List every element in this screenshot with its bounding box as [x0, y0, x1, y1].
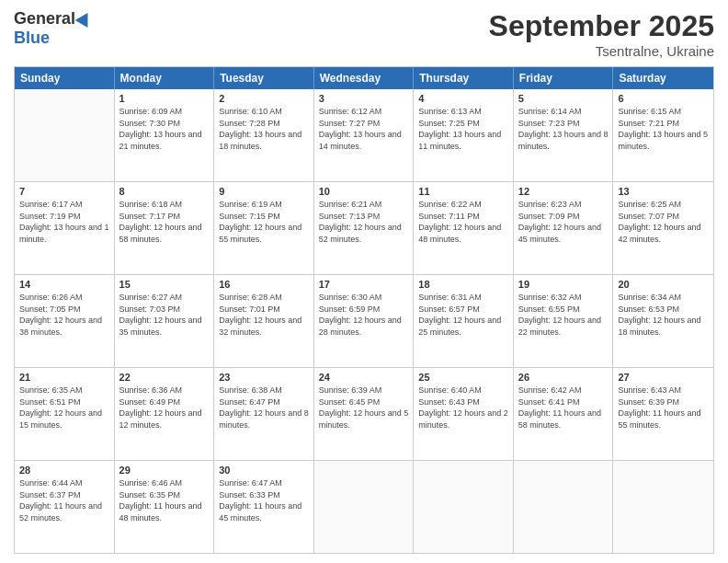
- day-number: 9: [219, 186, 309, 197]
- calendar-cell: 5Sunrise: 6:14 AM Sunset: 7:23 PM Daylig…: [514, 89, 614, 181]
- cell-info: Sunrise: 6:35 AM Sunset: 6:51 PM Dayligh…: [19, 385, 109, 431]
- calendar-cell: 23Sunrise: 6:38 AM Sunset: 6:47 PM Dayli…: [214, 368, 314, 460]
- calendar-row: 28Sunrise: 6:44 AM Sunset: 6:37 PM Dayli…: [15, 461, 713, 553]
- day-number: 12: [518, 186, 609, 197]
- day-number: 23: [219, 372, 309, 383]
- cell-info: Sunrise: 6:22 AM Sunset: 7:11 PM Dayligh…: [418, 199, 508, 245]
- cell-info: Sunrise: 6:38 AM Sunset: 6:47 PM Dayligh…: [219, 385, 309, 431]
- cell-info: Sunrise: 6:28 AM Sunset: 7:01 PM Dayligh…: [219, 292, 309, 338]
- calendar-cell: 26Sunrise: 6:42 AM Sunset: 6:41 PM Dayli…: [514, 368, 614, 460]
- title-block: September 2025 Tsentralne, Ukraine: [489, 9, 714, 59]
- calendar-body: 1Sunrise: 6:09 AM Sunset: 7:30 PM Daylig…: [15, 89, 713, 553]
- cell-info: Sunrise: 6:43 AM Sunset: 6:39 PM Dayligh…: [618, 385, 709, 431]
- cell-info: Sunrise: 6:44 AM Sunset: 6:37 PM Dayligh…: [19, 477, 109, 523]
- calendar-row: 7Sunrise: 6:17 AM Sunset: 7:19 PM Daylig…: [15, 182, 713, 275]
- cell-info: Sunrise: 6:42 AM Sunset: 6:41 PM Dayligh…: [518, 385, 609, 431]
- calendar-cell: 14Sunrise: 6:26 AM Sunset: 7:05 PM Dayli…: [15, 275, 115, 367]
- calendar-cell: 10Sunrise: 6:21 AM Sunset: 7:13 PM Dayli…: [314, 182, 415, 274]
- calendar-cell: 11Sunrise: 6:22 AM Sunset: 7:11 PM Dayli…: [414, 182, 514, 274]
- calendar-cell: 27Sunrise: 6:43 AM Sunset: 6:39 PM Dayli…: [613, 368, 713, 460]
- cell-info: Sunrise: 6:10 AM Sunset: 7:28 PM Dayligh…: [219, 106, 309, 152]
- calendar-cell: 12Sunrise: 6:23 AM Sunset: 7:09 PM Dayli…: [514, 182, 614, 274]
- calendar-cell: 28Sunrise: 6:44 AM Sunset: 6:37 PM Dayli…: [15, 461, 115, 553]
- calendar-cell: 6Sunrise: 6:15 AM Sunset: 7:21 PM Daylig…: [613, 89, 713, 181]
- day-number: 11: [418, 186, 508, 197]
- day-number: 10: [319, 186, 409, 197]
- calendar-cell: 16Sunrise: 6:28 AM Sunset: 7:01 PM Dayli…: [214, 275, 314, 367]
- cell-info: Sunrise: 6:40 AM Sunset: 6:43 PM Dayligh…: [418, 385, 508, 431]
- calendar-cell: 9Sunrise: 6:19 AM Sunset: 7:15 PM Daylig…: [214, 182, 314, 274]
- calendar-cell: 15Sunrise: 6:27 AM Sunset: 7:03 PM Dayli…: [115, 275, 215, 367]
- day-number: 27: [618, 372, 709, 383]
- day-number: 30: [219, 465, 309, 476]
- day-number: 6: [618, 93, 709, 104]
- cell-info: Sunrise: 6:34 AM Sunset: 6:53 PM Dayligh…: [618, 292, 709, 338]
- day-number: 24: [319, 372, 409, 383]
- calendar-cell: 17Sunrise: 6:30 AM Sunset: 6:59 PM Dayli…: [314, 275, 415, 367]
- calendar-header-cell: Sunday: [15, 67, 115, 89]
- calendar-header-cell: Thursday: [414, 67, 514, 89]
- logo-blue: Blue: [14, 29, 50, 48]
- calendar-row: 1Sunrise: 6:09 AM Sunset: 7:30 PM Daylig…: [15, 89, 713, 182]
- cell-info: Sunrise: 6:39 AM Sunset: 6:45 PM Dayligh…: [319, 385, 409, 431]
- cell-info: Sunrise: 6:09 AM Sunset: 7:30 PM Dayligh…: [119, 106, 210, 152]
- cell-info: Sunrise: 6:32 AM Sunset: 6:55 PM Dayligh…: [518, 292, 609, 338]
- calendar-cell: [514, 461, 614, 553]
- calendar-cell: 18Sunrise: 6:31 AM Sunset: 6:57 PM Dayli…: [414, 275, 514, 367]
- cell-info: Sunrise: 6:23 AM Sunset: 7:09 PM Dayligh…: [518, 199, 609, 245]
- day-number: 21: [19, 372, 109, 383]
- day-number: 17: [319, 279, 409, 290]
- cell-info: Sunrise: 6:36 AM Sunset: 6:49 PM Dayligh…: [119, 385, 210, 431]
- cell-info: Sunrise: 6:27 AM Sunset: 7:03 PM Dayligh…: [119, 292, 210, 338]
- calendar-cell: 30Sunrise: 6:47 AM Sunset: 6:33 PM Dayli…: [214, 461, 314, 553]
- header: General Blue September 2025 Tsentralne, …: [14, 9, 714, 59]
- cell-info: Sunrise: 6:14 AM Sunset: 7:23 PM Dayligh…: [518, 106, 609, 152]
- calendar-header-cell: Friday: [514, 67, 614, 89]
- calendar-cell: 20Sunrise: 6:34 AM Sunset: 6:53 PM Dayli…: [613, 275, 713, 367]
- cell-info: Sunrise: 6:21 AM Sunset: 7:13 PM Dayligh…: [319, 199, 409, 245]
- cell-info: Sunrise: 6:46 AM Sunset: 6:35 PM Dayligh…: [119, 477, 210, 523]
- day-number: 1: [119, 93, 210, 104]
- calendar-row: 14Sunrise: 6:26 AM Sunset: 7:05 PM Dayli…: [15, 275, 713, 368]
- calendar-cell: 8Sunrise: 6:18 AM Sunset: 7:17 PM Daylig…: [115, 182, 215, 274]
- day-number: 15: [119, 279, 210, 290]
- calendar-cell: 2Sunrise: 6:10 AM Sunset: 7:28 PM Daylig…: [214, 89, 314, 181]
- calendar-cell: 19Sunrise: 6:32 AM Sunset: 6:55 PM Dayli…: [514, 275, 614, 367]
- cell-info: Sunrise: 6:31 AM Sunset: 6:57 PM Dayligh…: [418, 292, 508, 338]
- cell-info: Sunrise: 6:15 AM Sunset: 7:21 PM Dayligh…: [618, 106, 709, 152]
- cell-info: Sunrise: 6:26 AM Sunset: 7:05 PM Dayligh…: [19, 292, 109, 338]
- calendar-cell: 13Sunrise: 6:25 AM Sunset: 7:07 PM Dayli…: [613, 182, 713, 274]
- logo-triangle-icon: [75, 8, 95, 27]
- cell-info: Sunrise: 6:30 AM Sunset: 6:59 PM Dayligh…: [319, 292, 409, 338]
- day-number: 25: [418, 372, 508, 383]
- day-number: 8: [119, 186, 210, 197]
- calendar-row: 21Sunrise: 6:35 AM Sunset: 6:51 PM Dayli…: [15, 368, 713, 461]
- page: General Blue September 2025 Tsentralne, …: [0, 0, 728, 563]
- calendar-cell: [15, 89, 115, 181]
- cell-info: Sunrise: 6:12 AM Sunset: 7:27 PM Dayligh…: [319, 106, 409, 152]
- calendar-cell: 7Sunrise: 6:17 AM Sunset: 7:19 PM Daylig…: [15, 182, 115, 274]
- calendar-cell: 29Sunrise: 6:46 AM Sunset: 6:35 PM Dayli…: [115, 461, 215, 553]
- cell-info: Sunrise: 6:47 AM Sunset: 6:33 PM Dayligh…: [219, 477, 309, 523]
- calendar-header-cell: Tuesday: [214, 67, 314, 89]
- day-number: 3: [319, 93, 409, 104]
- calendar-header-cell: Monday: [115, 67, 215, 89]
- cell-info: Sunrise: 6:25 AM Sunset: 7:07 PM Dayligh…: [618, 199, 709, 245]
- day-number: 2: [219, 93, 309, 104]
- day-number: 22: [119, 372, 210, 383]
- calendar-cell: 1Sunrise: 6:09 AM Sunset: 7:30 PM Daylig…: [115, 89, 215, 181]
- calendar-cell: [314, 461, 415, 553]
- calendar-cell: 21Sunrise: 6:35 AM Sunset: 6:51 PM Dayli…: [15, 368, 115, 460]
- calendar-cell: [613, 461, 713, 553]
- day-number: 26: [518, 372, 609, 383]
- day-number: 4: [418, 93, 508, 104]
- subtitle: Tsentralne, Ukraine: [489, 43, 714, 59]
- day-number: 14: [19, 279, 109, 290]
- calendar-cell: 3Sunrise: 6:12 AM Sunset: 7:27 PM Daylig…: [314, 89, 415, 181]
- cell-info: Sunrise: 6:13 AM Sunset: 7:25 PM Dayligh…: [418, 106, 508, 152]
- cell-info: Sunrise: 6:18 AM Sunset: 7:17 PM Dayligh…: [119, 199, 210, 245]
- calendar-cell: 4Sunrise: 6:13 AM Sunset: 7:25 PM Daylig…: [414, 89, 514, 181]
- calendar-cell: [414, 461, 514, 553]
- calendar-cell: 22Sunrise: 6:36 AM Sunset: 6:49 PM Dayli…: [115, 368, 215, 460]
- calendar-cell: 24Sunrise: 6:39 AM Sunset: 6:45 PM Dayli…: [314, 368, 415, 460]
